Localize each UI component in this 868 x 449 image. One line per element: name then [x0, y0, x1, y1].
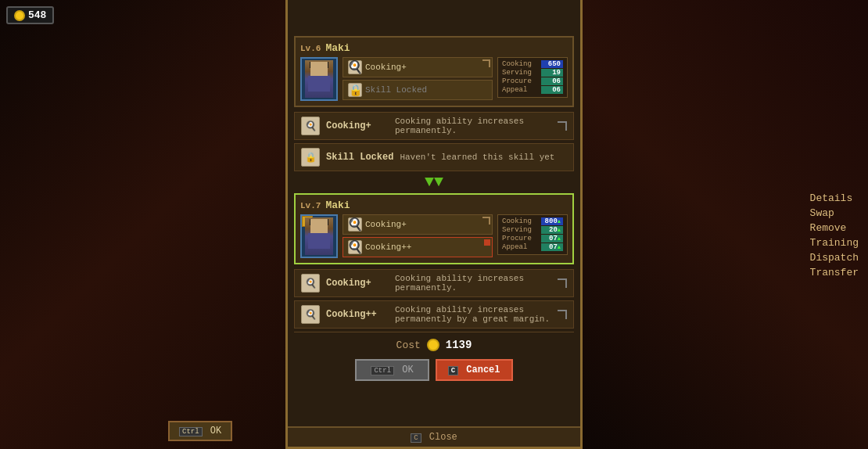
skill-corner: [482, 59, 490, 67]
cost-label: Cost: [396, 339, 421, 351]
avatar-body-after: [308, 233, 330, 249]
stat-procure-before: Procure 06: [502, 77, 563, 85]
level-before: Lv.6: [300, 44, 321, 53]
skill-desc-corner-0: [558, 121, 567, 131]
stat-val-procure: 07▲: [541, 235, 563, 242]
cancel-key: C: [448, 366, 458, 375]
stats-before: Cooking 650 Serving 19 Procure 06 Appeal…: [497, 57, 568, 98]
char-card-after: Lv.7 Maki ★ 🍳 Cooking+: [294, 193, 574, 264]
skill-desc-before-0: 🍳 Cooking+ Cooking ability increases per…: [294, 112, 574, 140]
ok-bar-bottom[interactable]: Ctrl OK: [168, 421, 232, 441]
avatar-body: [308, 76, 330, 92]
char-body-after: ★ 🍳 Cooking+ 🍳 C: [300, 214, 568, 258]
skill-desc-after-1: 🍳 Cooking++ Cooking ability increases pe…: [294, 300, 574, 329]
skill-desc-text-0: Cooking ability increases permanently.: [395, 117, 551, 135]
skill-name-1: Skill Locked: [365, 85, 487, 95]
skill-item-after-1: 🍳 Cooking++: [343, 237, 493, 257]
skill-icon-cooking: 🍳: [348, 60, 362, 74]
coin-display: 548: [6, 6, 54, 24]
coin-icon: [14, 10, 25, 21]
cost-coin-icon: [427, 339, 439, 351]
avatar-head: [310, 62, 328, 76]
stat-appeal-after: Appeal 07▲: [502, 243, 563, 251]
avatar-before: [300, 57, 338, 101]
main-panel: Lv.6 Maki 🍳 Cooking+: [285, 0, 583, 449]
ok-bar-key: Ctrl: [179, 427, 203, 436]
skill-desc-name-after-0: Cooking+: [326, 278, 389, 289]
stats-after: Cooking 800▲ Serving 20▲ Procure: [497, 214, 568, 255]
avatar-after: ★: [300, 214, 338, 258]
avatar-head-after: [310, 219, 328, 233]
close-bar[interactable]: C Close: [288, 426, 580, 447]
bg-left: [0, 0, 297, 449]
level-after: Lv.7: [300, 201, 321, 210]
skill-desc-before-1: 🔒 Skill Locked Haven't learned this skil…: [294, 143, 574, 171]
name-after: Maki: [325, 199, 350, 211]
cost-row: Cost 1139: [294, 332, 574, 354]
side-menu-details[interactable]: Details: [807, 192, 862, 205]
arrow-down: ▼▼: [294, 174, 574, 190]
stat-cooking-before: Cooking 650: [502, 60, 563, 68]
side-menu-training[interactable]: Training: [807, 236, 862, 250]
skills-before: 🍳 Cooking+ 🔒 Skill Locked: [343, 57, 493, 100]
skill-name-0: Cooking+: [365, 63, 487, 72]
skill-item-locked: 🔒 Skill Locked: [343, 80, 493, 100]
skills-after: 🍳 Cooking+ 🍳 Cooking++: [343, 214, 493, 257]
skill-desc-text-after-1: Cooking ability increases permanently by…: [395, 305, 551, 324]
stat-val-serving: 20▲: [541, 226, 563, 234]
skill-item-cooking-plus: 🍳 Cooking+: [343, 57, 493, 77]
skill-corner-after-0: [482, 217, 490, 224]
side-menu: Details Swap Remove Training Dispatch Tr…: [807, 192, 862, 279]
skill-new-badge: [484, 239, 490, 246]
skill-item-after-0: 🍳 Cooking+: [343, 214, 493, 235]
side-menu-transfer[interactable]: Transfer: [807, 266, 862, 279]
skill-desc-after-0: 🍳 Cooking+ Cooking ability increases per…: [294, 269, 574, 297]
char-header-after: Lv.7 Maki: [300, 199, 568, 211]
skill-icon-after-1: 🍳: [348, 240, 362, 254]
side-menu-remove[interactable]: Remove: [807, 221, 862, 235]
close-key: C: [411, 433, 421, 443]
skill-desc-name-1: Skill Locked: [326, 152, 393, 163]
skill-desc-icon-after-0: 🍳: [301, 274, 320, 293]
skill-name-after-0: Cooking+: [365, 220, 487, 229]
stat-serving-after: Serving 20▲: [502, 226, 563, 234]
skill-desc-text-1: Haven't learned this skill yet: [400, 153, 567, 162]
avatar-pixel-after: [305, 217, 333, 255]
cancel-button[interactable]: C Cancel: [436, 359, 513, 381]
panel-content: Lv.6 Maki 🍳 Cooking+: [288, 30, 580, 447]
stat-val-appeal: 07▲: [541, 243, 563, 251]
char-body-before: 🍳 Cooking+ 🔒 Skill Locked Cooking 650: [300, 57, 568, 101]
stat-cooking-after: Cooking 800▲: [502, 217, 563, 225]
skill-name-after-1: Cooking++: [365, 242, 487, 252]
ok-key: Ctrl: [371, 366, 394, 375]
side-menu-dispatch[interactable]: Dispatch: [807, 251, 862, 264]
skill-desc-text-after-0: Cooking ability increases permanently.: [395, 274, 551, 293]
ok-button[interactable]: Ctrl OK: [355, 359, 429, 381]
skill-desc-icon-0: 🍳: [301, 117, 320, 135]
skill-desc-corner-after-0: [558, 278, 567, 288]
avatar-pixel-before: [305, 60, 333, 98]
stat-procure-after: Procure 07▲: [502, 235, 563, 242]
skill-desc-name-after-1: Cooking++: [326, 309, 389, 320]
skill-icon-after-0: 🍳: [348, 217, 362, 232]
side-menu-swap[interactable]: Swap: [807, 207, 862, 220]
button-row: Ctrl OK C Cancel: [294, 354, 574, 384]
cost-amount: 1139: [446, 339, 472, 351]
char-card-before: Lv.6 Maki 🍳 Cooking+: [294, 36, 574, 107]
stat-serving-before: Serving 19: [502, 69, 563, 77]
stat-val-cooking: 800▲: [541, 217, 563, 225]
skill-icon-lock: 🔒: [348, 83, 362, 97]
skill-desc-corner-after-1: [558, 310, 567, 319]
stat-appeal-before: Appeal 06: [502, 86, 563, 94]
skill-desc-name-0: Cooking+: [326, 120, 389, 131]
skill-desc-icon-after-1: 🍳: [301, 305, 320, 324]
name-before: Maki: [325, 42, 350, 54]
skill-desc-icon-1: 🔒: [301, 148, 320, 167]
coin-amount: 548: [28, 9, 46, 21]
char-header-before: Lv.6 Maki: [300, 42, 568, 54]
